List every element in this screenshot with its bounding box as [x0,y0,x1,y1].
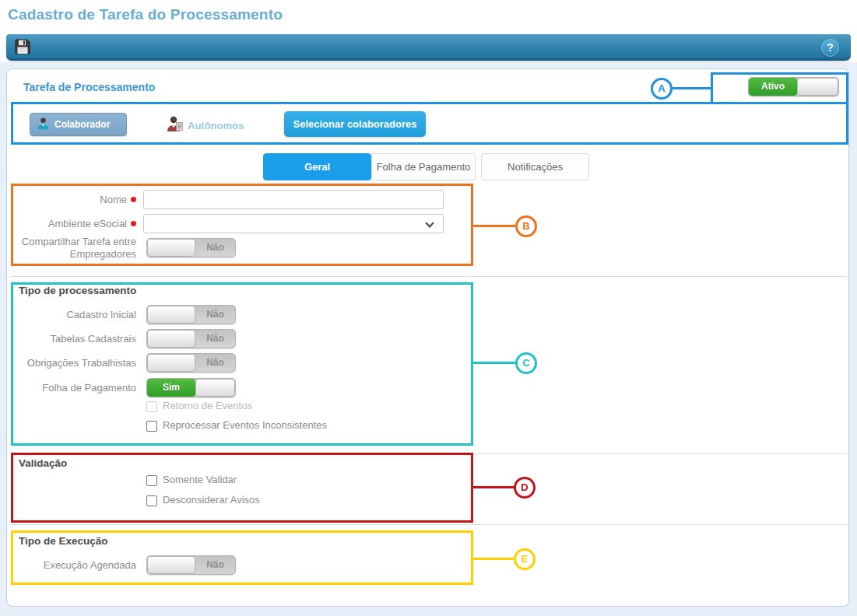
tabelas-cadastrais-toggle[interactable]: Não [146,329,236,348]
app-root: Cadastro de Tarefa do Processamento ? Ta… [0,0,857,616]
tab-notificacoes[interactable]: Notificações [481,153,589,180]
person-icon [37,117,50,132]
nome-input[interactable] [143,190,444,209]
tab-autonomos[interactable]: Autônomos [166,114,244,136]
toggle-knob [195,379,235,397]
obrigacoes-trabalhistas-toggle-state: Não [195,354,235,372]
help-button[interactable]: ? [821,39,839,57]
panel-title: Tarefa de Processamento [23,81,155,93]
toggle-knob [147,556,195,574]
required-dot [131,221,136,226]
toolbar [6,34,851,61]
tab-colaborador-label: Colaborador [54,119,110,130]
selecionar-colaboradores-button[interactable]: Selecionar colaboradores [284,111,426,137]
checkbox-reprocessar-eventos-label: Reprocessar Eventos Inconsistentes [163,419,327,431]
toggle-knob [147,354,195,372]
compartilhar-label: Compartilhar Tarefa entre Empregadores [12,236,136,261]
checkbox-desconsiderar-avisos[interactable] [146,495,157,506]
ambiente-esocial-select[interactable] [143,214,444,233]
checkbox-retorno-de-eventos [146,401,157,412]
checkbox-reprocessar-eventos[interactable] [146,421,157,432]
checkbox-somente-validar[interactable] [146,475,157,486]
cadastro-inicial-label: Cadastro Inicial [12,305,136,324]
obrigacoes-trabalhistas-label: Obrigações Trabalhistas [12,353,136,373]
tabelas-cadastrais-label: Tabelas Cadastrais [12,329,136,348]
chevron-down-icon [425,219,434,227]
page-title: Cadastro de Tarefa do Processamento [8,6,283,23]
folha-pagamento-toggle[interactable]: Sim [146,378,236,397]
execucao-agendada-label: Execução Agendada [12,555,136,575]
section-divider [11,276,847,277]
execucao-agendada-toggle[interactable]: Não [146,555,236,575]
toggle-knob [147,239,195,257]
tab-autonomos-label: Autônomos [188,120,244,131]
tab-colaborador[interactable]: Colaborador [30,113,127,136]
section-divider [11,453,847,454]
cadastro-inicial-toggle-state: Não [195,306,235,324]
tab-folha-de-pagamento[interactable]: Folha de Pagamento [371,153,476,180]
person-document-icon [166,114,184,136]
tipo-execucao-header: Tipo de Execução [19,535,108,547]
nome-label: Nome [12,190,127,209]
section-divider [11,524,847,525]
obrigacoes-trabalhistas-toggle[interactable]: Não [146,353,236,373]
checkbox-desconsiderar-avisos-label: Desconsiderar Avisos [163,494,260,506]
checkbox-somente-validar-label: Somente Validar [163,474,237,485]
floppy-disk-icon [13,45,32,58]
required-dot [131,197,136,202]
toggle-knob [147,330,195,348]
validacao-header: Validação [19,457,67,469]
ambiente-esocial-label: Ambiente eSocial [12,214,127,233]
compartilhar-toggle[interactable]: Não [146,238,236,257]
save-button[interactable] [13,37,32,56]
cadastro-inicial-toggle[interactable]: Não [146,305,236,324]
toggle-knob [797,78,838,96]
checkbox-retorno-de-eventos-label: Retorno de Eventos [163,400,252,411]
tipo-processamento-header: Tipo de processamento [19,285,136,296]
compartilhar-label-line1: Compartilhar Tarefa entre [22,236,136,247]
compartilhar-label-line2: Empregadores [70,248,136,260]
ativo-toggle-label: Ativo [749,78,797,96]
toggle-knob [147,306,195,324]
tab-geral[interactable]: Geral [263,153,371,180]
execucao-agendada-toggle-state: Não [195,556,235,574]
compartilhar-toggle-state: Não [195,239,235,257]
ativo-toggle[interactable]: Ativo [748,77,839,96]
folha-pagamento-label: Folha de Pagamento [12,378,136,397]
folha-pagamento-toggle-state: Sim [147,379,195,397]
tabelas-cadastrais-toggle-state: Não [195,330,235,348]
